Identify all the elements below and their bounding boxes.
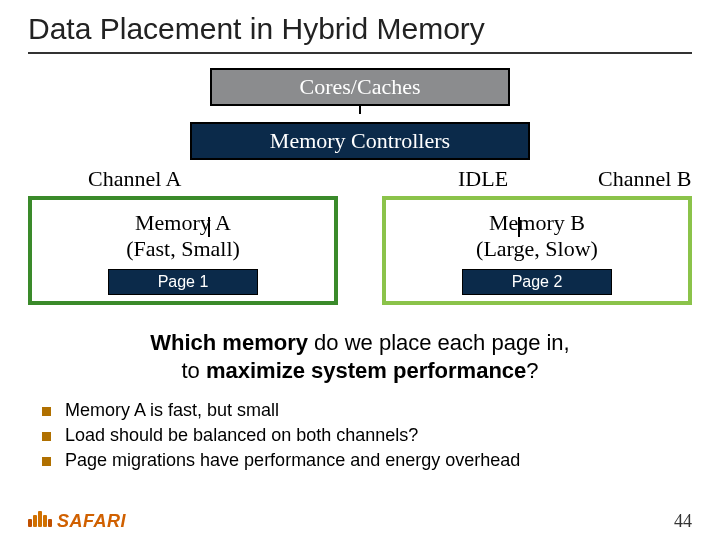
channel-b-label: Channel B [598, 166, 692, 192]
bullet-icon [42, 407, 51, 416]
logo-text: SAFARI [57, 511, 126, 532]
cores-caches-box: Cores/Caches [210, 68, 510, 106]
memory-a-title: Memory A [135, 210, 231, 235]
idle-label: IDLE [458, 166, 508, 192]
memory-b-box: Memory B (Large, Slow) Page 2 [382, 196, 692, 305]
memory-controllers-box: Memory Controllers [190, 122, 530, 160]
question-text: Which memory do we place each page in, t… [28, 329, 692, 386]
hybrid-memory-diagram: Cores/Caches Memory Controllers Channel … [28, 68, 692, 305]
page-1-box: Page 1 [108, 269, 258, 295]
memory-a-box: Memory A (Fast, Small) Page 1 [28, 196, 338, 305]
safari-logo: SAFARI [28, 511, 126, 532]
bullet-text: Page migrations have performance and ene… [65, 450, 520, 471]
bullet-text: Memory A is fast, but small [65, 400, 279, 421]
bullet-text: Load should be balanced on both channels… [65, 425, 418, 446]
bullet-icon [42, 432, 51, 441]
page-2-box: Page 2 [462, 269, 612, 295]
question-strong-2: maximize system performance [206, 358, 526, 383]
question-strong-1: Which memory [150, 330, 308, 355]
connector-top [359, 106, 361, 114]
list-item: Page migrations have performance and ene… [42, 450, 692, 471]
list-item: Load should be balanced on both channels… [42, 425, 692, 446]
memory-b-title: Memory B [489, 210, 585, 235]
channel-a-label: Channel A [88, 166, 182, 192]
memory-a-subtitle: (Fast, Small) [126, 236, 240, 261]
list-item: Memory A is fast, but small [42, 400, 692, 421]
logo-bars-icon [28, 511, 53, 532]
memory-b-subtitle: (Large, Slow) [476, 236, 598, 261]
bullet-icon [42, 457, 51, 466]
page-number: 44 [674, 511, 692, 532]
slide-title: Data Placement in Hybrid Memory [28, 12, 692, 54]
bullet-list: Memory A is fast, but small Load should … [42, 400, 692, 471]
